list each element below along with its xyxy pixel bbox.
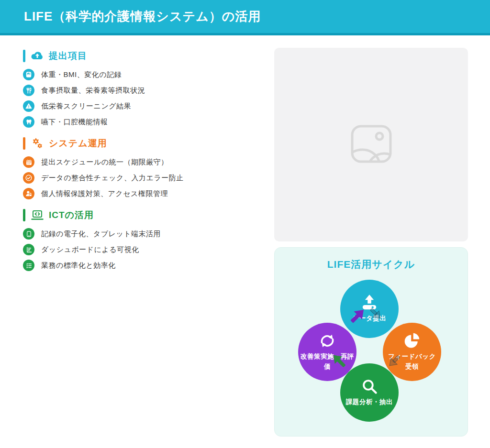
list-item: 提出スケジュールの統一（期限厳守）: [23, 156, 257, 168]
list-item: 食事摂取量、栄養素等摂取状況: [23, 85, 257, 96]
cycle-title: LIFE活用サイクル: [275, 258, 468, 271]
tablet-icon: [23, 228, 34, 240]
list-item: 体重・BMI、変化の記録: [23, 69, 257, 80]
cycle-step-feedback: フィードバック受領: [383, 323, 441, 381]
sync-icon: [319, 332, 336, 350]
check-circle-icon: [23, 172, 34, 184]
warning-triangle-icon: [23, 100, 34, 112]
section-title: システム運用: [49, 137, 107, 150]
list-item: 嚥下・口腔機能情報: [23, 116, 257, 128]
utensils-icon: [23, 85, 34, 96]
section-system-operation: システム運用 提出スケジュールの統一（期限厳守）: [23, 137, 257, 199]
item-text: 個人情報保護対策、アクセス権限管理: [41, 189, 168, 198]
list-check-icon: [23, 260, 34, 271]
cursor-arrow-green-icon: [330, 352, 347, 369]
list-item: 低栄養スクリーニング結果: [23, 100, 257, 112]
calendar-icon: [23, 156, 34, 168]
cloud-upload-icon: [31, 50, 44, 62]
gears-icon: [31, 138, 44, 149]
cycle-step-label: 課題分析・抽出: [343, 397, 396, 407]
dashboard-chart-icon: [23, 244, 34, 255]
section-ict-utilization: ICTの活用 記録の電子化、タブレット端末活用 ダッシュボードによる可視化: [23, 208, 257, 271]
laptop-code-icon: [31, 209, 44, 221]
section-header: ICTの活用: [23, 208, 257, 222]
list-item: 個人情報保護対策、アクセス権限管理: [23, 188, 257, 199]
weight-scale-icon: [23, 69, 34, 80]
accent-bar: [23, 209, 25, 221]
cursor-arrow-purple-icon: [349, 307, 367, 325]
section-title: ICTの活用: [49, 209, 94, 221]
magnifier-icon: [361, 378, 378, 395]
section-header: システム運用: [23, 137, 257, 150]
user-lock-icon: [23, 188, 34, 199]
item-text: 嚥下・口腔機能情報: [41, 118, 108, 127]
item-text: データの整合性チェック、入力エラー防止: [41, 174, 184, 183]
list-item: 記録の電子化、タブレット端末活用: [23, 228, 257, 240]
accent-bar: [23, 137, 25, 150]
item-text: 記録の電子化、タブレット端末活用: [41, 229, 161, 239]
list-item: ダッシュボードによる可視化: [23, 244, 257, 255]
cursor-arrow-faint-icon: [387, 354, 401, 369]
image-placeholder-icon: [351, 125, 392, 165]
section-header: 提出項目: [23, 49, 257, 63]
tooth-icon: [23, 116, 34, 128]
item-text: 体重・BMI、変化の記録: [41, 70, 122, 79]
item-text: ダッシュボードによる可視化: [41, 245, 139, 254]
page-header: LIFE（科学的介護情報システム）の活用: [0, 0, 490, 35]
item-text: 提出スケジュールの統一（期限厳守）: [41, 158, 168, 167]
image-placeholder: [274, 48, 468, 241]
item-text: 低栄養スクリーニング結果: [41, 102, 131, 111]
accent-bar: [23, 50, 25, 62]
section-submission-items: 提出項目 体重・BMI、変化の記録 食事摂取量、栄養素等摂取状況: [23, 49, 257, 128]
item-text: 業務の標準化と効率化: [41, 261, 116, 270]
section-title: 提出項目: [49, 50, 87, 62]
life-cycle-panel: LIFE活用サイクル データ提出 フィードバック受領: [274, 247, 468, 437]
cursor-arrow-faint-icon: [368, 306, 383, 321]
item-text: 食事摂取量、栄養素等摂取状況: [41, 86, 145, 95]
list-item: データの整合性チェック、入力エラー防止: [23, 172, 257, 184]
cycle-step-analysis: 課題分析・抽出: [340, 363, 399, 422]
list-item: 業務の標準化と効率化: [23, 260, 257, 271]
pie-chart-icon: [403, 332, 421, 350]
page-title: LIFE（科学的介護情報システム）の活用: [24, 8, 261, 25]
